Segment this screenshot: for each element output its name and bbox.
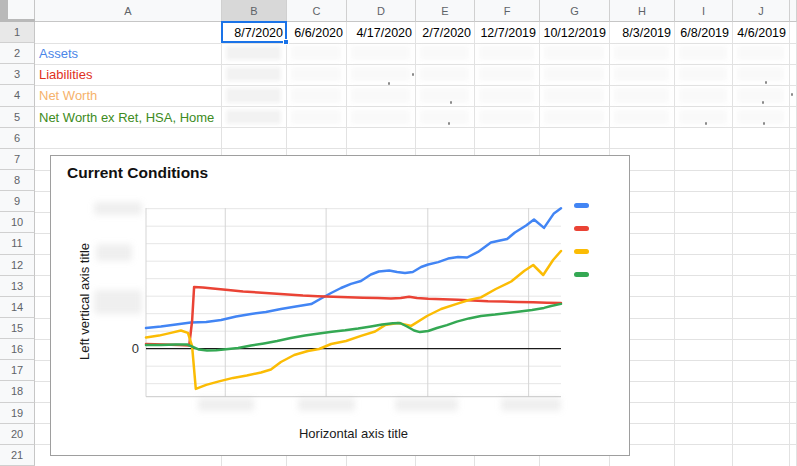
grid-line <box>35 148 797 149</box>
redacted-value <box>544 110 604 124</box>
redacted-value <box>420 46 469 60</box>
redacted-axis-label <box>94 202 142 215</box>
redaction-artifact <box>448 122 450 125</box>
cell-I1[interactable]: 6/8/2019 <box>675 22 733 43</box>
grid-line <box>789 22 790 466</box>
redacted-value <box>291 67 341 81</box>
grid-line <box>674 22 675 466</box>
redacted-value <box>291 88 341 102</box>
row-header-13[interactable]: 13 <box>0 276 35 297</box>
column-header-G[interactable]: G <box>540 0 610 22</box>
cell-A2[interactable]: Assets <box>35 43 222 64</box>
redacted-value <box>420 88 469 102</box>
redacted-value <box>614 67 669 81</box>
redacted-value <box>420 110 469 124</box>
redacted-value <box>737 110 784 124</box>
redacted-value <box>737 67 784 81</box>
redaction-artifact <box>763 122 765 125</box>
y-axis-title: Left vertical axis title <box>77 227 92 377</box>
cell-F1[interactable]: 12/7/2019 <box>475 22 540 43</box>
redacted-value <box>351 110 410 124</box>
row-header-6[interactable]: 6 <box>0 128 35 149</box>
row-header-2[interactable]: 2 <box>0 43 35 64</box>
redacted-value <box>679 110 727 124</box>
cell-J1[interactable]: 4/6/2019 <box>733 22 790 43</box>
redaction-artifact <box>450 101 452 104</box>
selection-outline <box>221 21 287 43</box>
x-axis-title: Horizontal axis title <box>231 426 476 441</box>
series-line-red <box>146 287 561 346</box>
redacted-value <box>737 88 784 102</box>
redacted-value <box>226 88 281 102</box>
row-header-5[interactable]: 5 <box>0 107 35 128</box>
redaction-artifact <box>762 101 764 104</box>
redacted-value <box>479 110 534 124</box>
column-header-J[interactable]: J <box>733 0 790 22</box>
redacted-value <box>614 88 669 102</box>
cell-G1[interactable]: 10/12/2019 <box>540 22 610 43</box>
redacted-axis-label <box>501 398 561 411</box>
row-header-15[interactable]: 15 <box>0 318 35 339</box>
redaction-artifact <box>412 73 414 76</box>
row-header-4[interactable]: 4 <box>0 85 35 106</box>
column-header-F[interactable]: F <box>475 0 540 22</box>
row-header-10[interactable]: 10 <box>0 212 35 233</box>
redacted-axis-label <box>94 290 142 314</box>
redacted-value <box>544 46 604 60</box>
fill-handle[interactable] <box>283 39 289 45</box>
row-header-18[interactable]: 18 <box>0 381 35 402</box>
row-header-16[interactable]: 16 <box>0 339 35 360</box>
column-header-H[interactable]: H <box>610 0 675 22</box>
row-header-11[interactable]: 11 <box>0 233 35 254</box>
redaction-artifact <box>791 93 793 96</box>
redaction-artifact <box>705 122 707 125</box>
redacted-value <box>737 46 784 60</box>
embedded-chart[interactable]: Current Conditions 0 Left vertical axis … <box>50 155 630 456</box>
redacted-value <box>420 67 469 81</box>
series-line-yellow <box>146 251 561 389</box>
row-header-3[interactable]: 3 <box>0 64 35 85</box>
row-header-17[interactable]: 17 <box>0 360 35 381</box>
row-header-1[interactable]: 1 <box>0 22 35 43</box>
redacted-axis-label <box>198 398 254 411</box>
cell-A3[interactable]: Liabilities <box>35 64 222 85</box>
redacted-value <box>544 67 604 81</box>
column-header-C[interactable]: C <box>287 0 347 22</box>
row-header-20[interactable]: 20 <box>0 424 35 445</box>
row-header-14[interactable]: 14 <box>0 297 35 318</box>
cell-D1[interactable]: 4/17/2020 <box>347 22 416 43</box>
row-header-7[interactable]: 7 <box>0 149 35 170</box>
row-header-19[interactable]: 19 <box>0 403 35 424</box>
row-header-8[interactable]: 8 <box>0 170 35 191</box>
redacted-value <box>614 110 669 124</box>
redacted-value <box>226 67 281 81</box>
redacted-axis-label <box>395 398 458 411</box>
cell-H1[interactable]: 8/3/2019 <box>610 22 675 43</box>
redacted-value <box>679 88 727 102</box>
redaction-artifact <box>388 82 390 85</box>
cell-E1[interactable]: 2/7/2020 <box>416 22 475 43</box>
select-all-corner[interactable] <box>0 0 35 22</box>
column-header-A[interactable]: A <box>35 0 222 22</box>
row-header-21[interactable]: 21 <box>0 445 35 466</box>
cell-A4[interactable]: Net Worth <box>35 85 222 106</box>
redacted-value <box>226 46 281 60</box>
redacted-value <box>544 88 604 102</box>
redaction-artifact <box>765 81 767 84</box>
column-header-B[interactable]: B <box>222 0 287 22</box>
redacted-value <box>291 110 341 124</box>
series-line-green <box>146 304 561 351</box>
redacted-axis-label <box>298 398 355 411</box>
cell-A5[interactable]: Net Worth ex Ret, HSA, Home <box>35 107 222 128</box>
cell-C1[interactable]: 6/6/2020 <box>287 22 347 43</box>
column-header-I[interactable]: I <box>675 0 733 22</box>
redacted-value <box>351 67 410 81</box>
redacted-value <box>291 46 341 60</box>
spreadsheet-app: ABCDEFGHIJ123456789101112131415161718192… <box>0 0 797 466</box>
column-header-D[interactable]: D <box>347 0 416 22</box>
row-header-9[interactable]: 9 <box>0 191 35 212</box>
redacted-value <box>479 67 534 81</box>
grid-line <box>732 22 733 466</box>
row-header-12[interactable]: 12 <box>0 255 35 276</box>
column-header-E[interactable]: E <box>416 0 475 22</box>
